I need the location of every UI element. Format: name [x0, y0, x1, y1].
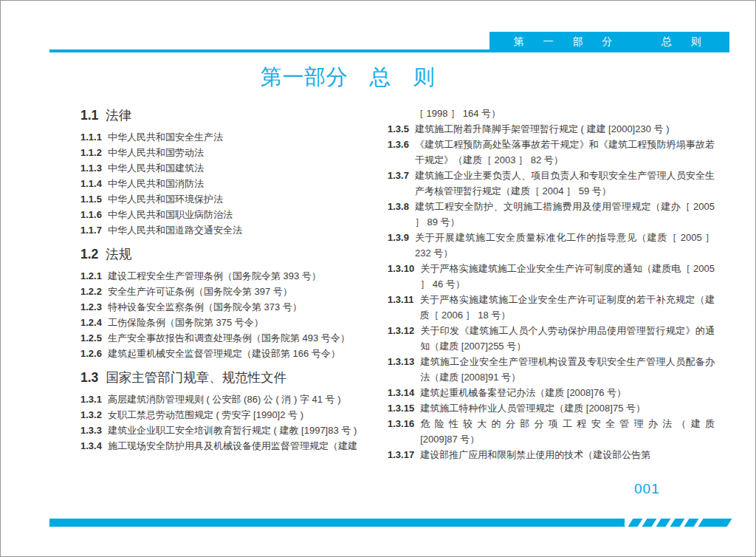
- toc-item: 1.1.7中华人民共和国道路交通安全法: [80, 222, 376, 238]
- item-text: 女职工禁忌劳动范围规定 ( 劳安字 [1990]2 号 ): [108, 407, 376, 423]
- toc-column-right: ［ 1998 ］ 164 号）1.3.5建筑施工附着升降脚手架管理暂行规定 ( …: [388, 106, 715, 462]
- item-number: 1.1.2: [80, 145, 102, 160]
- footer-bar-dash: [670, 519, 685, 527]
- item-text: 关于严格实施建筑施工企业安全生产许可证制度的若干补充规定（建质［ 2006 ］ …: [419, 292, 715, 323]
- item-number: 1.3.3: [80, 423, 102, 438]
- item-text: 建设部推广应用和限制禁止使用的技术（建设部公告第: [420, 447, 715, 462]
- toc-item: 1.1.4中华人民共和国消防法: [80, 176, 376, 191]
- item-number: 1.3.17: [388, 447, 414, 462]
- toc-item: 1.1.6中华人民共和国职业病防治法: [80, 207, 376, 222]
- toc-item: 1.2.4工伤保险条例（国务院第 375 号令）: [80, 315, 376, 330]
- item-text: 中华人民共和国道路交通安全法: [108, 222, 376, 238]
- footer-bar-dash: [684, 519, 699, 527]
- toc-item: 1.1.1中华人民共和国安全生产法: [80, 129, 376, 145]
- toc-item: 1.3.15建筑施工特种作业人员管理规定（建质 [2008]75 号）: [388, 400, 715, 416]
- item-text: 建筑起重机械安全监督管理规定（建设部第 166 号令）: [108, 346, 376, 361]
- toc-item: 1.3.14建筑起重机械备案登记办法（建质 [2008]76 号）: [388, 385, 715, 400]
- item-text: 危 险 性 较 大 的 分 部 分 项 工 程 安 全 管 理 办 法 （ 建 …: [420, 416, 715, 447]
- item-number: 1.1.5: [80, 191, 102, 207]
- toc-item: 1.3.2女职工禁忌劳动范围规定 ( 劳安字 [1990]2 号 ): [80, 407, 376, 423]
- item-number: 1.3.5: [388, 121, 409, 137]
- toc-item: 1.3.16危 险 性 较 大 的 分 部 分 项 工 程 安 全 管 理 办 …: [388, 416, 715, 447]
- item-number: 1.1.1: [80, 129, 102, 145]
- toc-item: 1.3.12关于印发《建筑施工人员个人劳动保护用品使用管理暂行规定》的通知（建质…: [388, 323, 715, 354]
- item-number: 1.2.4: [80, 315, 102, 330]
- item-text: 建筑施工企业安全生产管理机构设置及专职安全生产管理人员配备办法（建质 [2008…: [420, 354, 715, 385]
- item-text: ［ 1998 ］ 164 号）: [414, 106, 715, 121]
- section-heading: 1.1法律: [80, 106, 376, 125]
- section-number: 1.3: [80, 370, 98, 385]
- toc-item: 1.3.17建设部推广应用和限制禁止使用的技术（建设部公告第: [388, 447, 715, 462]
- section-title: 法规: [106, 247, 131, 262]
- item-number: 1.2.3: [80, 299, 102, 315]
- toc-item: 1.1.3中华人民共和国建筑法: [80, 160, 376, 176]
- item-text: 中华人民共和国消防法: [108, 176, 376, 191]
- running-header-banner: 第 一 部 分 总 则: [489, 32, 729, 52]
- toc-item: 1.3.7建筑施工企业主要负责人、项目负责人和专职安全生产管理人员安全生产考核管…: [388, 168, 715, 199]
- toc-item: 1.3.3建筑业企业职工安全培训教育暂行规定 ( 建教 [1997]83 号 ): [80, 423, 376, 438]
- section-heading: 1.2法规: [80, 245, 376, 264]
- toc-item-continuation: ［ 1998 ］ 164 号）: [388, 106, 715, 121]
- item-number: 1.3.12: [388, 323, 414, 338]
- item-text: 生产安全事故报告和调查处理条例（国务院第 493 号令）: [108, 330, 376, 346]
- section-number: 1.2: [80, 247, 98, 262]
- item-number: 1.3.7: [388, 168, 409, 183]
- item-text: 特种设备安全监察条例（国务院令第 373 号）: [108, 299, 376, 315]
- toc-item: 1.3.5建筑施工附着升降脚手架管理暂行规定 ( 建建 [2000]230 号 …: [388, 121, 715, 137]
- item-text: 建筑施工企业主要负责人、项目负责人和专职安全生产管理人员安全生产考核管理暂行规定…: [415, 168, 715, 199]
- item-number: 1.3.11: [388, 292, 413, 307]
- item-text: 建筑业企业职工安全培训教育暂行规定 ( 建教 [1997]83 号 ): [108, 423, 376, 438]
- item-number: 1.1.4: [80, 176, 102, 191]
- toc-item: 1.1.5中华人民共和国环境保护法: [80, 191, 376, 207]
- item-number: 1.3.8: [388, 199, 409, 214]
- item-text: 建筑施工特种作业人员管理规定（建质 [2008]75 号）: [420, 400, 715, 416]
- footer-bar-dash: [628, 519, 643, 527]
- footer-bar-solid: [49, 519, 625, 527]
- toc-item: 1.3.6《建筑工程预防高处坠落事故若干规定》和《建筑工程预防坍塌事故若干规定》…: [388, 137, 715, 168]
- item-number: 1.3.16: [388, 416, 414, 431]
- item-number: 1.1.7: [80, 222, 102, 238]
- item-text: 中华人民共和国劳动法: [108, 145, 376, 160]
- section-heading: 1.3国家主管部门规章、规范性文件: [80, 368, 376, 387]
- footer-bar-dash: [642, 519, 657, 527]
- item-number: 1.1.6: [80, 207, 102, 222]
- item-number: 1.3.6: [388, 137, 409, 152]
- toc-item: 1.1.2中华人民共和国劳动法: [80, 145, 376, 160]
- item-text: 中华人民共和国职业病防治法: [108, 207, 376, 222]
- item-number: 1.2.6: [80, 346, 102, 361]
- item-text: 工伤保险条例（国务院第 375 号令）: [108, 315, 376, 330]
- section-title: 法律: [106, 108, 131, 123]
- item-number: 1.2.1: [80, 268, 102, 284]
- item-number: 1.3.15: [388, 400, 414, 416]
- page-number: 001: [634, 481, 660, 497]
- item-number: 1.3.14: [388, 385, 414, 400]
- item-text: 建筑施工附着升降脚手架管理暂行规定 ( 建建 [2000]230 号 ): [415, 121, 715, 137]
- footer-decoration-bar: [1, 519, 755, 527]
- toc-item: 1.2.6建筑起重机械安全监督管理规定（建设部第 166 号令）: [80, 346, 376, 361]
- item-text: 《建筑工程预防高处坠落事故若干规定》和《建筑工程预防坍塌事故若干规定》（建质［ …: [415, 137, 715, 168]
- footer-bar-dash: [656, 519, 671, 527]
- item-text: 高层建筑消防管理规则 ( 公安部 (86) 公 ( 消 ) 字 41 号 ): [108, 392, 376, 407]
- toc-item: 1.3.8建筑工程安全防护、文明施工措施费用及使用管理规定（建办［ 2005 ］…: [388, 199, 715, 230]
- item-number: 1.3.1: [80, 392, 102, 407]
- item-text: 关于开展建筑施工安全质量标准化工作的指导意见（建质［ 2005 ］ 232 号）: [415, 230, 715, 261]
- section-title: 国家主管部门规章、规范性文件: [106, 370, 286, 385]
- item-text: 中华人民共和国建筑法: [108, 160, 376, 176]
- item-text: 安全生产许可证条例（国务院令第 397 号）: [108, 284, 376, 299]
- item-text: 中华人民共和国环境保护法: [108, 191, 376, 207]
- toc-item: 1.3.10关于严格实施建筑施工企业安全生产许可制度的通知（建质电［ 2005 …: [388, 261, 715, 292]
- toc-column-left: 1.1法律1.1.1中华人民共和国安全生产法1.1.2中华人民共和国劳动法1.1…: [80, 106, 376, 454]
- page-title: 第一部分 总 则: [261, 63, 435, 92]
- document-page: 第 一 部 分 总 则 第一部分 总 则 1.1法律1.1.1中华人民共和国安全…: [0, 0, 756, 557]
- item-number: 1.3.2: [80, 407, 102, 423]
- item-text: 建筑工程安全防护、文明施工措施费用及使用管理规定（建办［ 2005 ］ 89 号…: [415, 199, 715, 230]
- item-number: 1.3.13: [388, 354, 414, 369]
- item-number: 1.3.10: [388, 261, 414, 276]
- item-text: 中华人民共和国安全生产法: [108, 129, 376, 145]
- item-text: 建设工程安全生产管理条例（国务院令第 393 号）: [108, 268, 376, 284]
- toc-item: 1.3.1高层建筑消防管理规则 ( 公安部 (86) 公 ( 消 ) 字 41 …: [80, 392, 376, 407]
- toc-item: 1.2.2安全生产许可证条例（国务院令第 397 号）: [80, 284, 376, 299]
- toc-item: 1.2.3特种设备安全监察条例（国务院令第 373 号）: [80, 299, 376, 315]
- item-text: 施工现场安全防护用具及机械设备使用监督管理规定（建建: [108, 438, 376, 454]
- item-text: 关于严格实施建筑施工企业安全生产许可制度的通知（建质电［ 2005 ］ 46 号…: [420, 261, 715, 292]
